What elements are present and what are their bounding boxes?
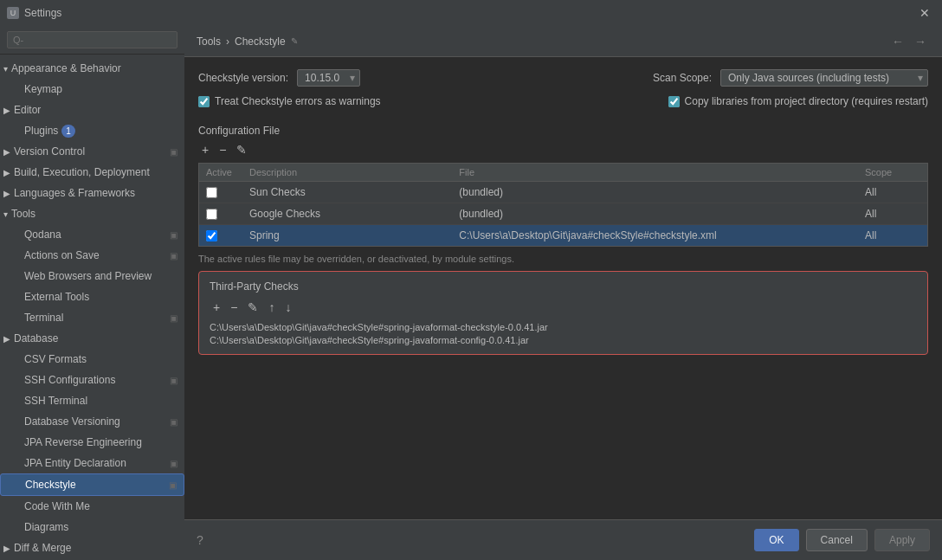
sidebar-item-checkstyle[interactable]: Checkstyle ▣ bbox=[0, 473, 184, 496]
row3-description: Spring bbox=[242, 225, 452, 246]
window-icon: ▣ bbox=[170, 457, 177, 470]
sidebar-item-languages[interactable]: ▶ Languages & Frameworks bbox=[0, 183, 184, 203]
third-party-title: Third-Party Checks bbox=[210, 280, 917, 293]
sidebar-item-qodana[interactable]: Qodana ▣ bbox=[0, 224, 184, 245]
row3-scope: All bbox=[858, 225, 927, 246]
sidebar-item-external-tools[interactable]: External Tools bbox=[0, 286, 184, 307]
row2-file: (bundled) bbox=[452, 203, 858, 224]
col-scope: Scope bbox=[858, 164, 927, 181]
cancel-button[interactable]: Cancel bbox=[806, 529, 868, 551]
sidebar-item-db-versioning[interactable]: Database Versioning ▣ bbox=[0, 411, 184, 432]
sidebar-item-diagrams[interactable]: Diagrams bbox=[0, 517, 184, 537]
sidebar-item-appearance[interactable]: ▾ Appearance & Behavior bbox=[0, 58, 184, 79]
nav-buttons: ← → bbox=[888, 33, 930, 50]
col-file: File bbox=[452, 164, 858, 181]
settings-area: Checkstyle version: 10.15.0 Scan Scope: … bbox=[184, 57, 942, 519]
window-icon: ▣ bbox=[170, 374, 177, 387]
sidebar-item-version-control[interactable]: ▶ Version Control ▣ bbox=[0, 141, 184, 162]
treat-errors-checkbox[interactable] bbox=[198, 96, 210, 107]
sidebar-tree: ▾ Appearance & Behavior Keymap ▶ Editor … bbox=[0, 55, 184, 560]
scan-scope-select-wrapper: Only Java sources (including tests) bbox=[720, 69, 928, 87]
row1-active bbox=[199, 183, 242, 203]
treat-errors-row: Treat Checkstyle errors as warnings bbox=[198, 95, 381, 107]
window-icon: ▣ bbox=[170, 145, 177, 158]
table-header: Active Description File Scope bbox=[199, 164, 927, 182]
table-row[interactable]: Sun Checks (bundled) All bbox=[199, 182, 927, 203]
breadcrumb: Tools › Checkstyle ✎ ← → bbox=[184, 26, 942, 57]
row1-checkbox[interactable] bbox=[206, 187, 217, 198]
sidebar-item-jpa-reverse[interactable]: JPA Reverse Engineering bbox=[0, 432, 184, 453]
sidebar-item-keymap[interactable]: Keymap bbox=[0, 79, 184, 100]
scan-scope-select[interactable]: Only Java sources (including tests) bbox=[720, 69, 928, 87]
arrow-icon: ▶ bbox=[3, 332, 10, 345]
remove-config-button[interactable]: − bbox=[216, 142, 229, 158]
sidebar-item-tools[interactable]: ▾ Tools bbox=[0, 203, 184, 224]
help-icon[interactable]: ? bbox=[197, 533, 203, 547]
ok-button[interactable]: OK bbox=[754, 529, 798, 551]
breadcrumb-current: Checkstyle bbox=[235, 35, 286, 48]
row3-file: C:\Users\a\Desktop\Git\java#checkStyle#c… bbox=[452, 225, 858, 246]
third-party-toolbar: + − ✎ ↑ ↓ bbox=[210, 299, 917, 315]
arrow-icon: ▾ bbox=[3, 62, 8, 75]
window-icon: ▣ bbox=[170, 229, 177, 241]
version-select[interactable]: 10.15.0 bbox=[297, 69, 360, 87]
col-description: Description bbox=[242, 164, 452, 181]
sidebar-item-csv-formats[interactable]: CSV Formats bbox=[0, 349, 184, 370]
edit-config-button[interactable]: ✎ bbox=[233, 142, 250, 158]
version-select-wrapper: 10.15.0 bbox=[297, 69, 360, 87]
edit-third-party-button[interactable]: ✎ bbox=[244, 299, 261, 315]
sidebar-item-web-browsers[interactable]: Web Browsers and Preview bbox=[0, 266, 184, 286]
row2-checkbox[interactable] bbox=[206, 209, 217, 220]
nav-forward-button[interactable]: → bbox=[911, 33, 930, 50]
scan-scope-label: Scan Scope: bbox=[653, 72, 712, 84]
settings-window: U Settings ✕ ▾ Appearance & Behavior Key… bbox=[0, 0, 942, 560]
row1-file: (bundled) bbox=[452, 182, 858, 203]
sidebar-item-terminal[interactable]: Terminal ▣ bbox=[0, 307, 184, 328]
table-row[interactable]: Spring C:\Users\a\Desktop\Git\java#check… bbox=[199, 225, 927, 246]
sidebar-item-ssh-terminal[interactable]: SSH Terminal bbox=[0, 390, 184, 411]
remove-third-party-button[interactable]: − bbox=[227, 299, 241, 315]
sidebar-item-ssh-configurations[interactable]: SSH Configurations ▣ bbox=[0, 370, 184, 390]
add-config-button[interactable]: + bbox=[198, 142, 212, 158]
copy-libraries-row: Copy libraries from project directory (r… bbox=[668, 95, 928, 107]
move-down-button[interactable]: ↓ bbox=[281, 299, 294, 315]
sidebar-item-code-with-me[interactable]: Code With Me bbox=[0, 496, 184, 517]
nav-back-button[interactable]: ← bbox=[888, 33, 907, 50]
config-table: Active Description File Scope Sun Checks… bbox=[198, 163, 928, 247]
move-up-button[interactable]: ↑ bbox=[265, 299, 278, 315]
sidebar-item-actions-on-save[interactable]: Actions on Save ▣ bbox=[0, 245, 184, 266]
edit-breadcrumb-icon[interactable]: ✎ bbox=[291, 36, 298, 46]
app-icon: U bbox=[7, 7, 19, 19]
sidebar-item-plugins[interactable]: Plugins 1 bbox=[0, 120, 184, 141]
window-icon: ▣ bbox=[169, 479, 177, 492]
add-third-party-button[interactable]: + bbox=[210, 299, 223, 315]
table-row[interactable]: Google Checks (bundled) All bbox=[199, 203, 927, 225]
arrow-icon: ▶ bbox=[3, 145, 10, 158]
window-icon: ▣ bbox=[170, 312, 177, 325]
bottom-bar: ? OK Cancel Apply bbox=[184, 519, 942, 560]
main-layout: ▾ Appearance & Behavior Keymap ▶ Editor … bbox=[0, 26, 942, 560]
sidebar-item-editor[interactable]: ▶ Editor bbox=[0, 100, 184, 120]
config-toolbar: + − ✎ bbox=[198, 142, 928, 158]
third-party-path-2: C:\Users\a\Desktop\Git\java#checkStyle#s… bbox=[210, 335, 917, 345]
content-area: Tools › Checkstyle ✎ ← → Checkstyle vers… bbox=[184, 26, 942, 560]
plugins-badge: 1 bbox=[61, 125, 75, 138]
window-icon: ▣ bbox=[170, 415, 177, 428]
window-icon: ▣ bbox=[170, 249, 177, 262]
row3-checkbox[interactable] bbox=[206, 230, 217, 241]
search-input[interactable] bbox=[7, 31, 177, 48]
close-button[interactable]: ✕ bbox=[914, 4, 935, 22]
copy-libraries-label: Copy libraries from project directory (r… bbox=[685, 95, 928, 107]
sidebar-item-diff-merge[interactable]: ▶ Diff & Merge bbox=[0, 537, 184, 558]
copy-libraries-checkbox[interactable] bbox=[668, 96, 680, 107]
sidebar-item-database[interactable]: ▶ Database bbox=[0, 328, 184, 349]
arrow-icon: ▶ bbox=[3, 166, 10, 179]
third-party-box: Third-Party Checks + − ✎ ↑ ↓ C:\Users\a\… bbox=[198, 271, 928, 355]
title-bar-left: U Settings bbox=[7, 7, 61, 19]
sidebar-item-build[interactable]: ▶ Build, Execution, Deployment bbox=[0, 162, 184, 183]
apply-button[interactable]: Apply bbox=[874, 529, 930, 551]
config-file-label: Configuration File bbox=[198, 125, 928, 137]
row2-active bbox=[199, 204, 242, 224]
sidebar-item-jpa-entity[interactable]: JPA Entity Declaration ▣ bbox=[0, 453, 184, 473]
sidebar: ▾ Appearance & Behavior Keymap ▶ Editor … bbox=[0, 26, 184, 560]
